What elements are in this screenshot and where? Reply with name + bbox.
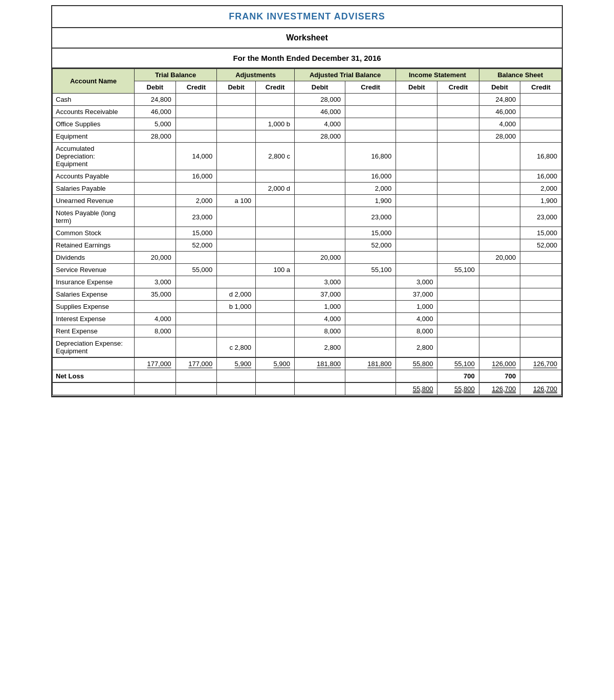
table-row: Depreciation Expense: Equipmentc 2,8002,… (53, 337, 562, 358)
data-cell-tb_c (176, 313, 217, 325)
table-row: Salaries Payable2,000 d2,0002,000 (53, 183, 562, 195)
data-cell-bs_c (520, 313, 562, 325)
data-cell-is_c: 55,100 (437, 264, 479, 276)
data-cell-bs_d (479, 207, 520, 227)
account-name-cell: Dividends (53, 252, 135, 264)
total-cell-is_c: 55,100 (437, 357, 479, 370)
data-cell-bs_d: 20,000 (479, 252, 520, 264)
bs-credit: Credit (520, 81, 562, 94)
data-cell-tb_d (135, 337, 176, 358)
table-row: Accounts Receivable46,00046,00046,000 (53, 106, 562, 118)
data-cell-adj_c (256, 227, 295, 239)
data-cell-is_c (437, 207, 479, 227)
total-cell-atb_d: 181,800 (295, 357, 345, 370)
data-cell-tb_d: 5,000 (135, 118, 176, 130)
net-loss-empty-0 (135, 370, 176, 383)
data-cell-tb_d (135, 227, 176, 239)
data-cell-bs_d (479, 143, 520, 170)
period-title: For the Month Ended December 31, 2016 (52, 49, 562, 69)
data-cell-atb_d: 4,000 (295, 313, 345, 325)
data-cell-is_d (396, 252, 437, 264)
data-cell-adj_d (217, 118, 256, 130)
data-cell-bs_d (479, 288, 520, 301)
data-cell-adj_d (217, 239, 256, 252)
account-name-cell: Common Stock (53, 227, 135, 239)
data-cell-is_d: 8,000 (396, 325, 437, 337)
data-cell-bs_d (479, 313, 520, 325)
data-cell-atb_c: 52,000 (345, 239, 396, 252)
data-cell-atb_d (295, 195, 345, 207)
data-cell-tb_c (176, 252, 217, 264)
data-cell-atb_c: 55,100 (345, 264, 396, 276)
final-empty-5 (345, 382, 396, 396)
data-cell-adj_c (256, 337, 295, 358)
data-cell-bs_c: 2,000 (520, 183, 562, 195)
data-cell-is_c (437, 252, 479, 264)
data-cell-adj_c (256, 276, 295, 288)
data-cell-is_d (396, 106, 437, 118)
data-cell-atb_d: 4,000 (295, 118, 345, 130)
data-cell-is_d: 3,000 (396, 276, 437, 288)
total-cell-tb_d: 177,000 (135, 357, 176, 370)
data-cell-is_c (437, 239, 479, 252)
data-cell-tb_d: 20,000 (135, 252, 176, 264)
data-cell-adj_d (217, 94, 256, 106)
total-cell-bs_d: 126,000 (479, 357, 520, 370)
data-cell-adj_d: b 1,000 (217, 301, 256, 313)
net-loss-bs-d: 700 (479, 370, 520, 383)
data-cell-bs_c (520, 252, 562, 264)
data-cell-tb_c (176, 106, 217, 118)
data-cell-adj_d (217, 183, 256, 195)
final-empty-3 (256, 382, 295, 396)
data-cell-adj_d (217, 264, 256, 276)
data-cell-is_c (437, 195, 479, 207)
data-cell-bs_d (479, 301, 520, 313)
table-row: Common Stock15,00015,00015,000 (53, 227, 562, 239)
table-row: Salaries Expense35,000d 2,00037,00037,00… (53, 288, 562, 301)
data-cell-atb_c (345, 276, 396, 288)
data-cell-tb_c: 14,000 (176, 143, 217, 170)
col-balance-sheet: Balance Sheet (479, 69, 561, 81)
table-row: Unearned Revenue2,000a 1001,9001,900 (53, 195, 562, 207)
data-cell-adj_c (256, 170, 295, 183)
data-cell-atb_c (345, 325, 396, 337)
data-cell-tb_d: 3,000 (135, 276, 176, 288)
table-row: Accounts Payable16,00016,00016,000 (53, 170, 562, 183)
data-cell-bs_c: 23,000 (520, 207, 562, 227)
adj-debit: Debit (217, 81, 256, 94)
data-cell-tb_d: 28,000 (135, 130, 176, 143)
data-cell-is_c (437, 170, 479, 183)
data-cell-adj_c (256, 325, 295, 337)
data-cell-tb_d: 46,000 (135, 106, 176, 118)
data-cell-tb_d (135, 170, 176, 183)
data-cell-adj_d (217, 313, 256, 325)
worksheet-container: FRANK INVESTMENT ADVISERS Worksheet For … (51, 5, 563, 397)
final-is-d: 55,800 (396, 382, 437, 396)
net-loss-row: Net Loss700700 (53, 370, 562, 383)
data-cell-bs_d (479, 227, 520, 239)
data-cell-atb_d: 3,000 (295, 276, 345, 288)
data-cell-tb_c (176, 183, 217, 195)
account-name-cell: Supplies Expense (53, 301, 135, 313)
account-name-cell: Salaries Payable (53, 183, 135, 195)
data-cell-adj_d (217, 227, 256, 239)
data-cell-is_c (437, 106, 479, 118)
data-cell-bs_d (479, 239, 520, 252)
data-cell-tb_d (135, 207, 176, 227)
data-cell-is_c (437, 325, 479, 337)
data-cell-adj_c: 100 a (256, 264, 295, 276)
data-cell-bs_c (520, 94, 562, 106)
data-cell-atb_d (295, 239, 345, 252)
data-cell-is_d: 1,000 (396, 301, 437, 313)
data-cell-bs_c (520, 337, 562, 358)
net-loss-is-d (396, 370, 437, 383)
account-name-cell: Accounts Payable (53, 170, 135, 183)
data-cell-adj_c (256, 195, 295, 207)
data-cell-is_d (396, 170, 437, 183)
data-cell-atb_c: 23,000 (345, 207, 396, 227)
data-cell-tb_c (176, 276, 217, 288)
account-name-cell: Insurance Expense (53, 276, 135, 288)
col-income-statement: Income Statement (396, 69, 479, 81)
data-cell-atb_d: 8,000 (295, 325, 345, 337)
account-name-cell: Interest Expense (53, 313, 135, 325)
